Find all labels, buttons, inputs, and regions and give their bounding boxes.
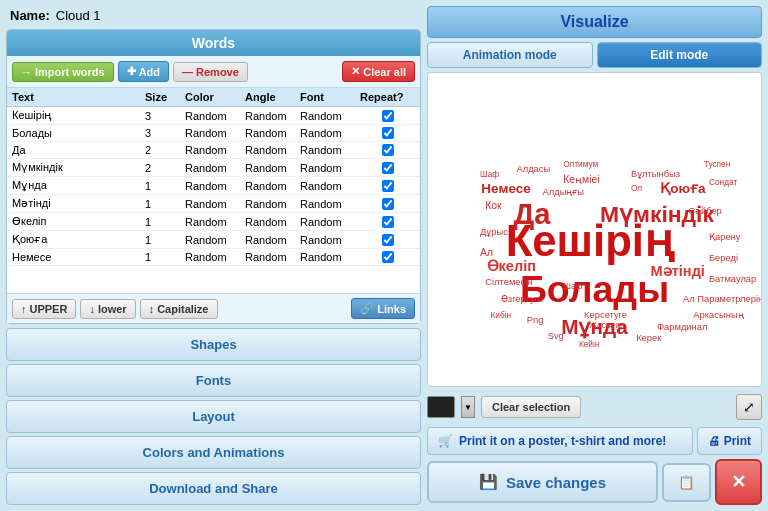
word-cloud-svg: Кешірің Болады Да Мүмкіндік Мұнда Өкеліп… <box>428 73 761 386</box>
table-row[interactable]: Да 2 Random Random Random <box>7 142 420 159</box>
remove-button[interactable]: — Remove <box>173 62 248 82</box>
svg-text:Шаф: Шаф <box>563 281 582 291</box>
save-bar: 💾 Save changes 📋 ✕ <box>427 459 762 505</box>
clear-selection-button[interactable]: Clear selection <box>481 396 581 418</box>
row-checkbox[interactable] <box>382 180 394 192</box>
svg-text:Қоюға: Қоюға <box>660 181 706 196</box>
svg-text:Ал Параметрлерін: Ал Параметрлерін <box>683 294 761 304</box>
expand-button[interactable]: ⤢ <box>736 394 762 420</box>
animation-mode-button[interactable]: Animation mode <box>427 42 593 68</box>
col-angle: Angle <box>245 91 300 103</box>
bottom-controls: ▼ Clear selection ⤢ <box>427 391 762 423</box>
row-checkbox[interactable] <box>382 198 394 210</box>
right-panel: Visualize Animation mode Edit mode Кешір… <box>427 6 762 505</box>
svg-text:Кейін: Кейін <box>579 339 600 349</box>
case-toolbar: ↑ UPPER ↓ lower ↕ Capitalize 🔗 Links <box>7 293 420 323</box>
download-section-button[interactable]: Download and Share <box>6 472 421 505</box>
table-row[interactable]: Кешірің 3 Random Random Random <box>7 107 420 125</box>
svg-text:Svg: Svg <box>548 331 564 341</box>
table-row[interactable]: Немесе 1 Random Random Random <box>7 249 420 266</box>
table-header: Text Size Color Angle Font Repeat? <box>7 88 420 107</box>
fonts-section-button[interactable]: Fonts <box>6 364 421 397</box>
name-bar: Name: Cloud 1 <box>6 6 421 25</box>
svg-text:Керсетуге: Керсетуге <box>584 310 627 320</box>
name-value: Cloud 1 <box>56 8 101 23</box>
import-icon: → <box>21 66 32 78</box>
lower-button[interactable]: ↓ lower <box>80 299 135 319</box>
table-row[interactable]: Мұнда 1 Random Random Random <box>7 177 420 195</box>
svg-text:Кибін: Кибін <box>490 310 511 320</box>
expand-icon: ⤢ <box>743 399 755 415</box>
links-button[interactable]: 🔗 Links <box>351 298 415 319</box>
lower-arrow-icon: ↓ <box>89 303 95 315</box>
svg-text:Сондат: Сондат <box>709 177 738 187</box>
word-cloud-area[interactable]: Кешірің Болады Да Мүмкіндік Мұнда Өкеліп… <box>427 72 762 387</box>
svg-text:Алдасы: Алдасы <box>516 164 550 174</box>
delete-icon: ✕ <box>731 471 746 493</box>
add-button[interactable]: ✚ Add <box>118 61 169 82</box>
colors-section-button[interactable]: Colors and Animations <box>6 436 421 469</box>
col-color: Color <box>185 91 245 103</box>
table-row[interactable]: Қоюға 1 Random Random Random <box>7 231 420 249</box>
sections: Shapes Fonts Layout Colors and Animation… <box>6 328 421 505</box>
svg-text:Ол: Ол <box>631 183 642 193</box>
col-text: Text <box>12 91 145 103</box>
svg-text:Бұлтынбыз: Бұлтынбыз <box>631 169 680 179</box>
svg-text:Береді: Береді <box>709 253 738 263</box>
print-cart-icon: 🛒 <box>438 434 453 448</box>
remove-icon: — <box>182 66 193 78</box>
col-size: Size <box>145 91 185 103</box>
svg-text:Аркасының: Аркасының <box>693 310 743 320</box>
table-row[interactable]: Мүмкіндік 2 Random Random Random <box>7 159 420 177</box>
upper-arrow-icon: ↑ <box>21 303 27 315</box>
shapes-section-button[interactable]: Shapes <box>6 328 421 361</box>
svg-text:Фармдинал: Фармдинал <box>657 322 708 332</box>
svg-text:Қарену: Қарену <box>709 232 741 242</box>
delete-button[interactable]: ✕ <box>715 459 762 505</box>
svg-text:Кок: Кок <box>485 200 502 211</box>
svg-text:Кеңмiei: Кеңмiei <box>563 174 599 185</box>
row-checkbox[interactable] <box>382 127 394 139</box>
svg-text:Немесе: Немесе <box>481 181 531 196</box>
capitalize-button[interactable]: ↕ Capitalize <box>140 299 218 319</box>
clear-all-button[interactable]: ✕ Clear all <box>342 61 415 82</box>
row-checkbox[interactable] <box>382 216 394 228</box>
color-picker-box[interactable] <box>427 396 455 418</box>
edit-mode-button[interactable]: Edit mode <box>597 42 763 68</box>
copy-button[interactable]: 📋 <box>662 463 711 502</box>
visualize-header: Visualize <box>427 6 762 38</box>
svg-text:Сілтемесін: Сілтемесін <box>485 277 532 287</box>
links-icon: 🔗 <box>360 302 374 315</box>
table-row[interactable]: Болады 3 Random Random Random <box>7 125 420 142</box>
words-section: Words → Import words ✚ Add — Remove ✕ <box>6 29 421 324</box>
mode-buttons: Animation mode Edit mode <box>427 42 762 68</box>
svg-text:Алдыңғы: Алдыңғы <box>542 187 584 197</box>
save-changes-button[interactable]: 💾 Save changes <box>427 461 658 503</box>
svg-text:Png: Png <box>527 315 544 325</box>
layout-section-button[interactable]: Layout <box>6 400 421 433</box>
print-button[interactable]: 🖨 Print <box>697 427 762 455</box>
table-row[interactable]: Мәтінді 1 Random Random Random <box>7 195 420 213</box>
svg-text:Туспен: Туспен <box>704 159 731 169</box>
table-row[interactable]: Өкеліп 1 Random Random Random <box>7 213 420 231</box>
row-checkbox[interactable] <box>382 251 394 263</box>
capitalize-icon: ↕ <box>149 303 155 315</box>
row-checkbox[interactable] <box>382 110 394 122</box>
words-table: Text Size Color Angle Font Repeat? Кешір… <box>7 88 420 293</box>
add-icon: ✚ <box>127 65 136 78</box>
row-checkbox[interactable] <box>382 162 394 174</box>
svg-text:Керек: Керек <box>636 333 662 343</box>
import-words-button[interactable]: → Import words <box>12 62 114 82</box>
svg-text:Ал: Ал <box>480 247 493 258</box>
clear-icon: ✕ <box>351 65 360 78</box>
col-font: Font <box>300 91 360 103</box>
svg-text:Оптимум: Оптимум <box>563 159 598 169</box>
row-checkbox[interactable] <box>382 234 394 246</box>
print-poster-button[interactable]: 🛒 Print it on a poster, t-shirt and more… <box>427 427 693 455</box>
row-checkbox[interactable] <box>382 144 394 156</box>
upper-button[interactable]: ↑ UPPER <box>12 299 76 319</box>
color-dropdown-arrow[interactable]: ▼ <box>461 396 475 418</box>
print-bar: 🛒 Print it on a poster, t-shirt and more… <box>427 427 762 455</box>
svg-text:Шаф: Шаф <box>480 169 499 179</box>
svg-text:Сәйбер: Сәйбер <box>688 206 722 216</box>
